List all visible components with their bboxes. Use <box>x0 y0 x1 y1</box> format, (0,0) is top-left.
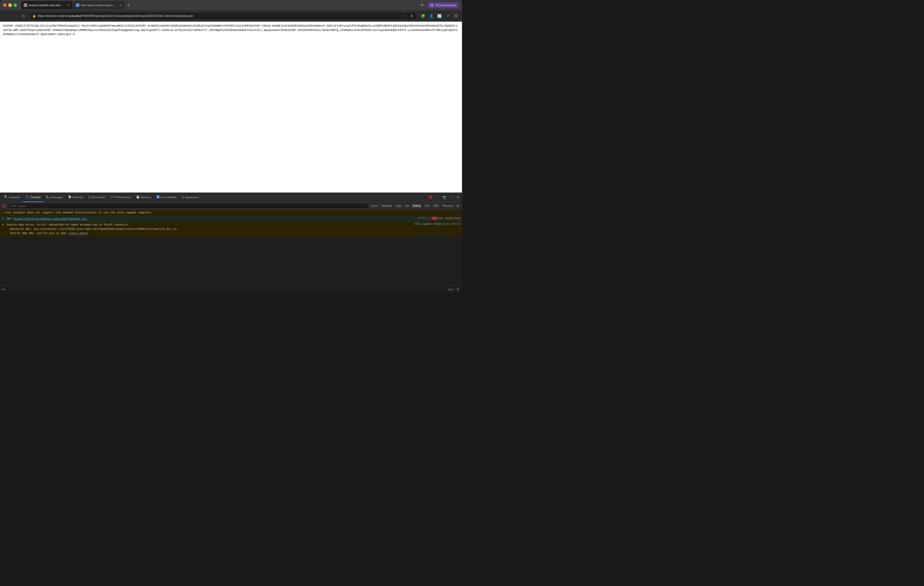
source-map-toggle[interactable]: ▶ <box>2 223 5 226</box>
responsive-design-button[interactable]: 📱 <box>434 195 440 200</box>
xhr-filter-button[interactable]: XHR <box>432 204 440 208</box>
new-tab-button[interactable]: + <box>125 2 132 8</box>
tabs-dropdown-button[interactable]: ▼ <box>419 2 425 8</box>
address-bar[interactable]: 🔒 https://arrprox.mednet.ucla.edu/FHIRPR… <box>29 12 417 20</box>
debugger-label: Debugger <box>51 196 63 199</box>
style-editor-label: Style Editor <box>91 196 106 199</box>
url-path: /FHIRPRD/api/epic/2021/Security/Open/EcK… <box>81 14 193 18</box>
devtools-close-button[interactable]: ✕ <box>455 195 460 200</box>
console-input-field[interactable] <box>6 288 446 291</box>
error-count-badge: 1 <box>429 196 432 199</box>
error-count: 1 <box>430 196 431 199</box>
requests-filter-button[interactable]: Requests <box>441 204 455 208</box>
forward-button[interactable]: → <box>12 12 18 20</box>
inspector-icon: 🔍 <box>4 195 8 199</box>
devtools-tab-debugger[interactable]: 🐛 Debugger <box>43 193 66 202</box>
tab-inactive[interactable]: New Issue | webcompat.com ✕ <box>73 1 125 9</box>
url-prefix: https://arrprox.mednet. <box>38 14 69 18</box>
network-icon: 📡 <box>68 195 72 199</box>
account-button[interactable]: 👤 <box>427 12 435 20</box>
devtools-right-controls: 1 📱 📷 ⋯ ✕ <box>429 195 460 200</box>
private-browsing-badge: Private browsing <box>427 2 459 8</box>
download-button[interactable]: ⬇ <box>409 13 414 19</box>
console-right-info: Top 2 ⧉ <box>447 287 460 292</box>
console-messages: ⚠ Your browser does not support the need… <box>0 210 462 286</box>
devtools-more-button[interactable]: ⋯ <box>449 195 454 200</box>
back-button[interactable]: ← <box>3 12 10 20</box>
address-actions: ☆ ⬇ <box>402 13 414 19</box>
tab-active[interactable]: arrprox.mednet.ucla.edu/FHIRPRD... ✕ <box>21 1 73 9</box>
url-domain: ucla.edu <box>69 14 81 18</box>
browser-window: arrprox.mednet.ucla.edu/FHIRPRD... ✕ New… <box>0 0 462 293</box>
clear-console-button[interactable]: 🚫 <box>2 203 7 209</box>
page-content: ES256P-256kll7bVf5JqS_KCcJcx1Pm7VRDSk3zq… <box>0 21 462 193</box>
favicon-get-text: GET https://arrprox.mednet.ucla.edu/favi… <box>7 217 416 221</box>
devtools-tab-network[interactable]: 📡 Network <box>66 193 86 202</box>
tab-title-inactive: New Issue | webcompat.com <box>81 3 117 7</box>
security-icon: 🔒 <box>32 14 36 18</box>
console-label: Console <box>30 196 40 199</box>
source-map-error-source: html-tagged-template.js:127:16 <box>414 223 460 226</box>
console-settings-button[interactable]: ⚙ <box>455 203 460 209</box>
console-message-source-map-error: ▶ Source map error: Error: NetworkError … <box>0 222 462 237</box>
devtools-tab-application[interactable]: 🗂 Application <box>179 193 202 202</box>
devtools-tab-inspector[interactable]: 🔍 Inspector <box>2 193 23 202</box>
devtools-tab-memory[interactable]: 💾 Memory <box>134 193 153 202</box>
warning-icon: ⚠ <box>2 211 3 214</box>
network-label: Network <box>73 196 83 199</box>
tab-close-inactive[interactable]: ✕ <box>119 3 122 7</box>
minimize-button[interactable] <box>8 3 12 7</box>
logs-filter-button[interactable]: Logs <box>394 204 403 208</box>
console-filter-buttons: Errors Warnings Logs Info Debug CSS XHR … <box>369 203 460 209</box>
accessibility-label: Accessibility <box>161 196 177 199</box>
devtools-toolbar: 🔍 Inspector ⬛ Console 🐛 Debugger 📡 Netwo… <box>0 193 462 202</box>
devtools-tab-console[interactable]: ⬛ Console <box>23 193 43 202</box>
maximize-button[interactable] <box>13 3 17 7</box>
get-message-toggle[interactable]: ▶ <box>2 217 5 221</box>
devtools-tab-performance[interactable]: ⏱ Performance <box>108 193 134 202</box>
title-bar-right: ▼ Private browsing <box>419 2 459 8</box>
sync-button[interactable]: 🔄 <box>436 12 443 20</box>
debugger-icon: 🐛 <box>46 195 50 199</box>
warnings-filter-button[interactable]: Warnings <box>380 204 394 208</box>
filter-input[interactable] <box>8 203 368 209</box>
debug-filter-button[interactable]: Debug <box>411 204 422 208</box>
tab-title-active: arrprox.mednet.ucla.edu/FHIRPRD... <box>29 3 65 7</box>
application-icon: 🗂 <box>182 196 184 199</box>
tab-close-active[interactable]: ✕ <box>66 3 70 7</box>
screenshot-button[interactable]: 📷 <box>441 195 447 200</box>
console-message-html-template: ⚠ Your browser does not support the need… <box>0 210 462 216</box>
tab-favicon <box>24 3 27 7</box>
http-version: HTTP/1.1 <box>417 217 430 220</box>
favicon-url-link[interactable]: https://arrprox.mednet.ucla.edu/favicon.… <box>13 217 87 221</box>
private-browsing-icon <box>430 3 434 7</box>
learn-more-link[interactable]: [Learn More] <box>68 232 88 235</box>
console-message-favicon-get: ▶ GET https://arrprox.mednet.ucla.edu/fa… <box>0 216 462 222</box>
menu-button[interactable]: ☰ <box>452 12 459 20</box>
title-bar: arrprox.mednet.ucla.edu/FHIRPRD... ✕ New… <box>0 0 462 10</box>
status-404-badge: 404 <box>431 217 438 220</box>
navigation-bar: ← → ↻ 🔒 https://arrprox.mednet.ucla.edu/… <box>0 10 462 21</box>
window-controls <box>3 3 17 7</box>
console-input-row: >> Top 2 ⧉ <box>0 286 462 293</box>
info-filter-button[interactable]: Info <box>403 204 411 208</box>
extensions-button[interactable]: 🧩 <box>419 12 426 20</box>
not-found-text: Not Found 21ms <box>439 217 460 220</box>
top-context-label: Top 2 <box>447 288 454 291</box>
console-split-button[interactable]: ⧉ <box>455 287 460 292</box>
share-button[interactable]: ↗ <box>444 12 451 20</box>
reload-button[interactable]: ↻ <box>20 12 27 20</box>
devtools-tab-style-editor[interactable]: {} Style Editor <box>86 193 108 202</box>
bookmark-button[interactable]: ☆ <box>402 13 408 19</box>
devtools-panel: 🔍 Inspector ⬛ Console 🐛 Debugger 📡 Netwo… <box>0 193 462 293</box>
performance-label: Performance <box>115 196 131 199</box>
html-template-warning-text: Your browser does not support the needed… <box>5 211 459 215</box>
application-label: Application <box>185 196 199 199</box>
css-filter-button[interactable]: CSS <box>422 204 431 208</box>
memory-icon: 💾 <box>136 195 140 199</box>
devtools-tab-accessibility[interactable]: ♿ Accessibility <box>153 193 179 202</box>
private-browsing-label: Private browsing <box>436 3 456 7</box>
url-text: https://arrprox.mednet.ucla.edu/FHIRPRD/… <box>38 14 400 18</box>
errors-filter-button[interactable]: Errors <box>369 204 379 208</box>
close-button[interactable] <box>3 3 7 7</box>
